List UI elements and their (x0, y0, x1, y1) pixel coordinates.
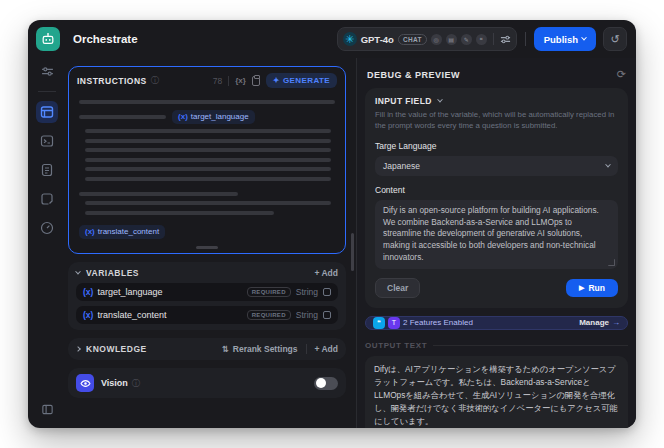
variable-name: translate_content (97, 310, 166, 320)
capability-icon-3: ✎ (461, 34, 472, 45)
features-banner[interactable]: ❝ T 2 Features Enabled Manage → (365, 316, 628, 330)
input-field-card: INPUT FIELD Fill in the value of the var… (365, 88, 628, 308)
vision-section: Vision ⓘ (68, 368, 346, 398)
toggle-knob (316, 378, 326, 388)
top-bar: Orchestrate ✳ GPT-4o CHAT ◎ ▤ ✎ ❝ Publis… (28, 20, 636, 58)
content-field-label: Content (375, 185, 618, 195)
variable-row-translate-content[interactable]: (x) translate_content REQUIRED String (76, 306, 338, 324)
manage-label: Manage (579, 318, 609, 327)
model-params-icon[interactable] (500, 34, 511, 45)
publish-button[interactable]: Publish (534, 27, 596, 51)
rerank-icon: ⇅ (222, 344, 229, 354)
add-label: Add (321, 344, 338, 354)
info-icon: ⓘ (132, 378, 140, 389)
model-selector[interactable]: ✳ GPT-4o CHAT ◎ ▤ ✎ ❝ (337, 27, 517, 51)
input-field-title: INPUT FIELD (375, 96, 432, 106)
add-knowledge-button[interactable]: + Add (315, 344, 339, 354)
collapse-sidebar-icon[interactable] (36, 398, 58, 420)
divider (306, 344, 307, 354)
scrollbar-thumb[interactable] (351, 233, 354, 271)
sparkle-icon: ✦ (273, 76, 280, 85)
output-text-title: OUTPUT TEXT (365, 341, 427, 350)
knowledge-header[interactable]: KNOWLEDGE ⇅ Rerank Settings + Add (76, 344, 338, 354)
instructions-header: INSTRUCTIONS ⓘ 78 {x} ✦ GENERATE (69, 67, 345, 92)
vision-title: Vision (101, 378, 128, 388)
capability-icon-2: ▤ (446, 34, 457, 45)
skeleton-line (79, 100, 335, 104)
rerank-settings-button[interactable]: ⇅ Rerank Settings (222, 344, 298, 354)
capability-icon-4: ❝ (476, 34, 487, 45)
variable-type: String (296, 287, 318, 297)
manage-button[interactable]: Manage → (579, 318, 620, 327)
refresh-icon[interactable]: ⟳ (617, 68, 626, 81)
required-badge: REQUIRED (247, 310, 291, 320)
feature-citation-icon: ❝ (373, 317, 385, 329)
language-select[interactable]: Japanese (375, 156, 618, 176)
variable-prefix: (x) (85, 227, 95, 236)
prompt-settings-icon[interactable] (36, 60, 58, 82)
openai-icon: ✳ (343, 32, 357, 46)
variable-row-target-language[interactable]: (x) target_language REQUIRED String (76, 283, 338, 301)
chip-divider (493, 33, 494, 45)
left-rail (28, 58, 66, 428)
run-label: Run (588, 283, 605, 293)
chevron-down-icon (581, 35, 587, 41)
skeleton-line (85, 129, 331, 133)
clipboard-icon[interactable] (252, 76, 260, 86)
capability-icon-1: ◎ (431, 34, 442, 45)
add-label: Add (321, 268, 338, 278)
app-robot-icon[interactable] (36, 27, 60, 51)
variable-chip-target-language[interactable]: (x) target_language (172, 110, 255, 124)
arrow-right-icon: → (612, 318, 620, 327)
vision-toggle[interactable] (314, 377, 338, 390)
knowledge-title: KNOWLEDGE (86, 344, 147, 354)
skeleton-line (79, 192, 238, 196)
resize-handle[interactable] (196, 246, 218, 249)
add-variable-button[interactable]: + Add (315, 268, 339, 278)
rail-item-api-access[interactable] (36, 130, 58, 152)
chevron-down-icon (75, 269, 81, 275)
variable-prefix: (x) (83, 310, 93, 320)
features-enabled-text: 2 Features Enabled (403, 318, 473, 327)
generate-label: GENERATE (283, 76, 330, 85)
input-field-description: Fill in the value of the variable, which… (375, 110, 618, 132)
instructions-editor[interactable]: INSTRUCTIONS ⓘ 78 {x} ✦ GENERATE (68, 66, 346, 254)
skeleton-line (85, 139, 331, 143)
rail-item-annotations[interactable] (36, 188, 58, 210)
insert-variable-icon[interactable]: {x} (235, 76, 246, 85)
variable-prefix: (x) (178, 112, 188, 121)
generate-button[interactable]: ✦ GENERATE (266, 73, 337, 88)
output-text: Difyは、AIアプリケーションを構築するためのオープンソースプラットフォームで… (374, 363, 619, 428)
app-window: Orchestrate ✳ GPT-4o CHAT ◎ ▤ ✎ ❝ Publis… (28, 20, 636, 428)
variables-section: VARIABLES + Add (x) target_language REQU… (68, 262, 346, 330)
run-button[interactable]: ▶ Run (566, 279, 618, 297)
input-field-header[interactable]: INPUT FIELD (375, 96, 618, 106)
variable-type-icon[interactable] (323, 288, 331, 296)
version-history-icon[interactable]: ↺ (603, 27, 627, 51)
rail-item-logs[interactable] (36, 159, 58, 181)
divider (228, 76, 229, 86)
required-badge: REQUIRED (247, 287, 291, 297)
variable-name: translate_content (98, 227, 159, 236)
variable-name: target_language (97, 287, 162, 297)
info-icon: ⓘ (151, 75, 159, 86)
char-count: 78 (213, 76, 222, 86)
variables-header[interactable]: VARIABLES + Add (76, 268, 338, 278)
knowledge-section: KNOWLEDGE ⇅ Rerank Settings + Add (68, 338, 346, 360)
chevron-down-icon (437, 97, 443, 103)
debug-preview-panel: DEBUG & PREVIEW ⟳ INPUT FIELD Fill in th… (356, 58, 636, 428)
skeleton-line (85, 201, 331, 205)
rail-item-orchestrate[interactable] (36, 101, 58, 123)
rail-item-monitoring[interactable] (36, 217, 58, 239)
chevron-down-icon (605, 162, 611, 168)
prompt-content[interactable]: (x) target_language (x) tran (69, 92, 345, 253)
header-divider (525, 32, 526, 46)
clear-button[interactable]: Clear (375, 278, 420, 298)
page-title: Orchestrate (73, 33, 138, 45)
language-select-value: Japanese (383, 161, 420, 171)
variable-type-icon[interactable] (323, 311, 331, 319)
publish-label: Publish (544, 34, 578, 45)
orchestrate-panel: INSTRUCTIONS ⓘ 78 {x} ✦ GENERATE (66, 58, 356, 428)
variable-chip-translate-content[interactable]: (x) translate_content (79, 225, 165, 239)
content-textarea[interactable]: Dify is an open-source platform for buil… (375, 200, 618, 269)
